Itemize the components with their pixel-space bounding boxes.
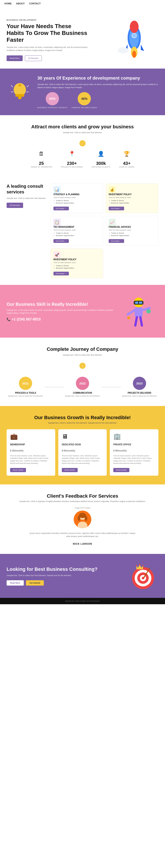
stat-finance-circle: 46% (78, 92, 91, 105)
svg-point-36 (78, 516, 80, 521)
membership-desc: Time for lead research, work. Members ip… (10, 455, 52, 464)
service-card-tax: 📋 TAX MANAGEMENT Time for lead research,… (51, 216, 103, 246)
experience-value: 43+ (119, 161, 135, 166)
investment2-detail-button[interactable]: Get Details → (53, 272, 69, 275)
journey-section: Complete Journey of Company Sample text.… (0, 338, 165, 406)
testimonial-section: Client's Feedback For Services Sample te… (0, 485, 165, 554)
desk-desc: Time for lead research, work. Members ip… (62, 455, 103, 464)
svg-point-15 (18, 96, 22, 99)
cta-description: Sample text. Lorem ipsum dolor sit amet,… (7, 309, 119, 315)
svg-marker-6 (141, 44, 144, 51)
nav-about[interactable]: ABOUT (16, 2, 25, 5)
investment-icon: 💰 (109, 186, 116, 193)
financial-item-1: Trades & Stocks (109, 232, 156, 234)
hero-headline: Your Have Needs These Habits To Grow The… (7, 23, 90, 43)
stat-strategy-label: BUSINESS STRATEGY GROWTH (37, 106, 67, 108)
services-left: A leading consult services Sample text. … (7, 183, 46, 278)
investment2-icon: 🚀 (53, 251, 60, 258)
attract-section: Attract more clients and grow your busin… (0, 115, 165, 177)
strategy-detail-button[interactable]: Get Details → (53, 207, 69, 210)
footer-cta-headline: Looking for Best Business Consulting? (7, 566, 128, 572)
stat-strategy-circle: 54% (46, 92, 59, 105)
nav-home[interactable]: HOME (4, 2, 12, 5)
years-label: YEARS OF OPERATION (31, 166, 52, 168)
clients-label: SATISFIED CLIENTS (91, 166, 110, 168)
footer-read-more-button[interactable]: Read More (7, 580, 24, 586)
phone-number: +1 (234) 567-8910 (12, 317, 41, 321)
tax-detail-button[interactable]: Get Details → (53, 239, 69, 243)
financial-title: FINANCIAL ADVICES (109, 226, 156, 228)
desk-price-value: $ 65 (62, 450, 66, 452)
tax-icon: 📋 (53, 219, 60, 226)
number-years: 🗓 25 YEARS OF OPERATION (31, 151, 52, 168)
investment-list: Trades & Stocks Business Opportunities (109, 199, 156, 204)
nav-contact[interactable]: CONTACT (29, 2, 41, 5)
journey-arrow: ↓ (7, 363, 158, 372)
svg-point-31 (127, 316, 130, 319)
experience-section: 30 years Of Experience of development co… (0, 69, 165, 115)
membership-icon: 💼 (10, 433, 19, 442)
number-projects: 📍 230+ PROJECTS DELIVERED (61, 151, 83, 168)
stats-row: 54% BUSINESS STRATEGY GROWTH 46% FINANCE… (37, 92, 158, 108)
clients-icon: 👤 (97, 151, 105, 160)
testimonial-image-label: Image from Freepik (7, 507, 158, 509)
step3-desc: Sample text. Click to select the Text El… (120, 395, 159, 397)
svg-point-30 (146, 309, 151, 313)
svg-rect-16 (19, 84, 21, 86)
svg-point-12 (119, 50, 128, 54)
desk-read-button[interactable]: READ MORE (62, 468, 78, 472)
svg-line-29 (140, 317, 142, 326)
investment2-item-2: Business Opportunities (53, 267, 100, 269)
tax-list: Trades & Stocks Business Opportunities (53, 232, 100, 237)
svg-point-4 (133, 34, 136, 37)
financial-detail-button[interactable]: Get Details → (109, 239, 124, 243)
testimonial-avatar (74, 510, 91, 528)
timeline-step-3: 2023 PROJECTS DELIVERD Sample text. Clic… (120, 377, 159, 397)
hero-all-services-button[interactable]: All Services (25, 55, 42, 61)
strategy-item-1: Trades & Stocks (53, 199, 100, 202)
membership-read-button[interactable]: READ MORE (10, 468, 26, 472)
svg-line-26 (128, 310, 135, 314)
cta-headline: Our Business Skill is Really Incredible! (7, 301, 119, 307)
svg-point-2 (130, 21, 139, 33)
testimonial-headline: Client's Feedback For Services (7, 493, 158, 499)
office-read-button[interactable]: READ MORE (113, 468, 129, 472)
footer-cta-section: Looking for Best Business Consulting? Sa… (0, 554, 165, 598)
strategy-icon: 📊 (53, 186, 60, 193)
investment-title: INVESTMENT POLICY (109, 193, 156, 196)
footer-get-started-button[interactable]: Get Started (26, 580, 44, 586)
svg-point-47 (139, 564, 140, 565)
testimonial-description: Sample text. Click to Egestas Fringilla … (7, 500, 158, 502)
investment-detail-button[interactable]: Get Details → (109, 207, 124, 210)
membership-price-value: $ 35 (10, 450, 14, 452)
step2-desc: Sample text. Click to select the Text El… (63, 395, 102, 397)
footer-text: Sample text. Click to select the Text el… (7, 600, 158, 602)
timeline-step-1: 2021 PROCESS & TOOLS Sample text. Click … (7, 377, 45, 397)
projects-label: PROJECTS DELIVERED (61, 166, 83, 168)
step2-title: COMMUNICATION (63, 392, 102, 394)
investment2-desc: Time for lead research, work (53, 261, 100, 264)
tax-title: TAX MANAGEMENT (53, 226, 100, 228)
step2-circle: 2022 (76, 377, 89, 390)
hero-read-more-button[interactable]: Read More (7, 55, 23, 61)
office-price: $ 95/monthly (113, 447, 155, 453)
clients-value: 300k (91, 161, 110, 166)
service-card-investment: 💰 INVESTMENT POLICY Time for lead resear… (106, 183, 158, 213)
experience-content: 30 years Of Experience of development co… (37, 75, 158, 108)
svg-line-28 (135, 317, 137, 326)
stat-finance: 46% FINANCE VALUABLE IDEAS (72, 92, 97, 108)
all-services-button[interactable]: All Services (7, 203, 23, 208)
membership-title: MEMBERSHIP (10, 443, 52, 446)
journey-description: Sample text. Click to select the Text el… (7, 354, 158, 356)
number-clients: 👤 300k SATISFIED CLIENTS (91, 151, 110, 168)
stat-strategy: 54% BUSINESS STRATEGY GROWTH (37, 92, 67, 108)
tax-item-2: Business Opportunities (53, 234, 100, 237)
service-card-investment2: 🚀 INVESTMENT POLICY Time for lead resear… (51, 248, 103, 278)
financial-list: Trades & Stocks Business Opportunities (109, 232, 156, 237)
cta-image (119, 291, 158, 331)
svg-rect-25 (135, 307, 142, 317)
strategy-list: Trades & Stocks Business Opportunities (53, 199, 100, 204)
services-grid: 📊 STRATEGY & PLANNING Time for lead rese… (51, 183, 158, 278)
bell-image (7, 79, 33, 105)
desk-title: DEDICATED DESK (62, 443, 103, 446)
